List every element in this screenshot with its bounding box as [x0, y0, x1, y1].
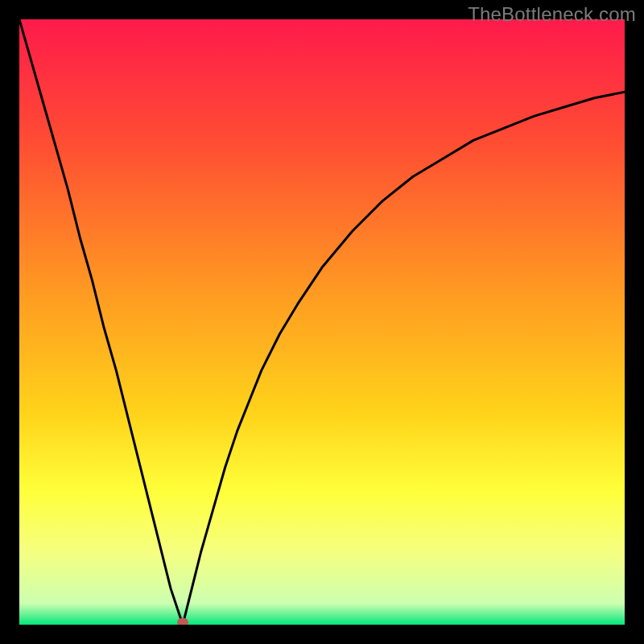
bottleneck-curve-chart [19, 19, 625, 625]
gradient-background [19, 19, 625, 625]
watermark-text: TheBottleneck.com [468, 3, 636, 26]
chart-frame [19, 19, 625, 625]
